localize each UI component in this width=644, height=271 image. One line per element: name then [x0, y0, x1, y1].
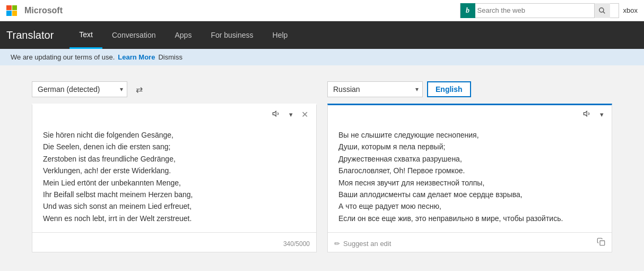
target-lang-panel: Russian English French Spanish German En…: [327, 81, 612, 97]
target-text: Вы не слышите следующие песнопения, Души…: [328, 124, 612, 245]
target-volume-button[interactable]: [580, 108, 594, 121]
svg-line-1: [603, 12, 605, 13]
microsoft-brand: Microsoft: [24, 6, 63, 15]
xbox-link[interactable]: xbox: [623, 6, 638, 14]
target-lang-select[interactable]: Russian English French Spanish German: [327, 81, 423, 97]
nav-items: Text Conversation Apps For business Help: [69, 21, 297, 49]
nav-item-text[interactable]: Text: [69, 21, 102, 49]
source-lang-panel: German (detected) English French Spanish…: [32, 81, 317, 97]
copy-button[interactable]: [597, 238, 605, 248]
pencil-icon: ✏: [334, 240, 340, 248]
top-bar-right: b xbox: [460, 3, 638, 18]
target-lang-header: Russian English French Spanish German En…: [327, 81, 612, 97]
target-text-panel: ▾ Вы не слышите следующие песнопения, Ду…: [327, 104, 612, 252]
svg-point-0: [599, 7, 604, 12]
svg-marker-2: [273, 111, 276, 116]
top-bar: Microsoft b xbox: [0, 0, 644, 21]
top-bar-left: Microsoft: [6, 5, 63, 16]
svg-rect-4: [600, 241, 605, 245]
source-lang-header: German (detected) English French Spanish…: [32, 81, 317, 97]
nav-item-apps[interactable]: Apps: [165, 21, 201, 49]
target-lang-select-wrapper: Russian English French Spanish German: [327, 81, 423, 97]
source-lang-select[interactable]: German (detected) English French Spanish: [32, 81, 127, 97]
nav-item-for-business[interactable]: For business: [201, 21, 263, 49]
bing-icon: b: [460, 3, 475, 18]
search-input[interactable]: [477, 6, 594, 14]
suggest-edit-label: Suggest an edit: [343, 240, 391, 248]
learn-more-link[interactable]: Learn More: [118, 53, 155, 61]
dismiss-link[interactable]: Dismiss: [158, 53, 182, 61]
nav-bar: Translator Text Conversation Apps For bu…: [0, 21, 644, 49]
notice-text: We are updating our terms of use.: [11, 53, 115, 61]
swap-languages-button[interactable]: ⇄: [132, 82, 147, 97]
source-panel-toolbar: ▾ ✕: [32, 105, 316, 124]
nav-item-help[interactable]: Help: [263, 21, 298, 49]
target-panel-toolbar: ▾: [328, 105, 612, 124]
source-volume-button[interactable]: [269, 108, 283, 121]
suggest-edit-button[interactable]: ✏ Suggest an edit: [334, 240, 391, 248]
char-count: 340/5000: [283, 240, 310, 248]
search-bar: b: [460, 3, 619, 18]
brand-title: Translator: [6, 29, 54, 41]
english-button[interactable]: English: [427, 81, 471, 97]
language-selector-row: German (detected) English French Spanish…: [32, 81, 612, 97]
text-panels: ▾ ✕ Sie hören nicht die folgenden Gesäng…: [32, 104, 612, 252]
source-text: Sie hören nicht die folgenden Gesänge, D…: [32, 124, 316, 245]
source-bottom-divider: [32, 232, 316, 233]
source-chevron-button[interactable]: ▾: [286, 109, 295, 120]
source-text-panel: ▾ ✕ Sie hören nicht die folgenden Gesäng…: [32, 104, 317, 252]
microsoft-logo: [6, 5, 17, 16]
nav-item-conversation[interactable]: Conversation: [102, 21, 166, 49]
notice-bar: We are updating our terms of use. Learn …: [0, 49, 644, 65]
source-lang-select-wrapper: German (detected) English French Spanish: [32, 81, 127, 97]
target-bottom-divider: [328, 232, 612, 233]
svg-marker-3: [584, 111, 587, 116]
main-content: German (detected) English French Spanish…: [0, 65, 644, 271]
target-chevron-button[interactable]: ▾: [597, 109, 606, 120]
search-button[interactable]: [594, 3, 610, 18]
source-close-button[interactable]: ✕: [299, 108, 311, 121]
